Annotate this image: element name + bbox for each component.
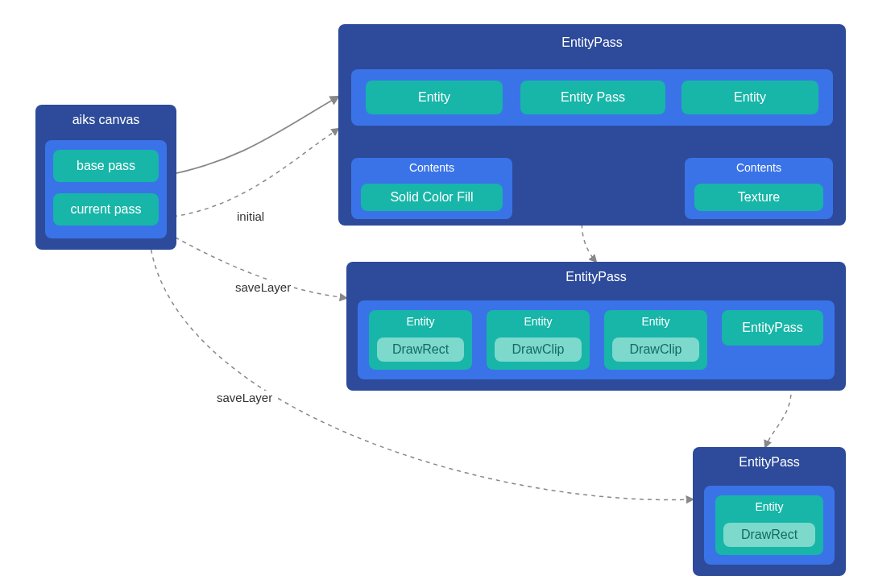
- ep2-entity-a-op: DrawRect: [377, 337, 464, 362]
- base-pass-cell: base pass: [53, 150, 159, 182]
- ep1-contents-a-box: Contents Solid Color Fill: [351, 158, 512, 219]
- ep1-contents-b-box: Contents Texture: [685, 158, 833, 219]
- ep1-entity-a: Entity: [366, 81, 503, 114]
- ep2-entity-pass-child: EntityPass: [722, 310, 823, 346]
- ep1-contents-b-title: Contents: [685, 158, 833, 180]
- entity-pass-2-box: EntityPass Entity DrawRect Entity DrawCl…: [346, 262, 846, 391]
- ep2-entity-c: Entity DrawClip: [604, 310, 707, 370]
- ep2-entity-c-op: DrawClip: [612, 337, 699, 362]
- entity-pass-3-box: EntityPass Entity DrawRect: [693, 447, 846, 576]
- aiks-canvas-box: aiks canvas base pass current pass: [35, 105, 176, 250]
- ep2-entity-a: Entity DrawRect: [369, 310, 472, 370]
- current-pass-label: current pass: [70, 202, 141, 217]
- ep2-entity-b-label: Entity: [487, 310, 590, 329]
- ep3-entity-label: Entity: [715, 495, 823, 515]
- entity-pass-1-box: EntityPass Entity Entity Pass Entity Con…: [338, 24, 846, 226]
- current-pass-cell: current pass: [53, 193, 159, 226]
- ep3-entity: Entity DrawRect: [715, 495, 823, 555]
- edge-label-initial: initial: [234, 209, 267, 223]
- entity-pass-1-title: EntityPass: [338, 24, 846, 53]
- entity-pass-3-title: EntityPass: [693, 447, 846, 473]
- ep1-contents-b-fill: Texture: [694, 184, 823, 211]
- ep1-contents-a-fill: Solid Color Fill: [361, 184, 503, 211]
- entity-pass-3-row: Entity DrawRect: [704, 486, 835, 565]
- aiks-canvas-title: aiks canvas: [35, 105, 176, 130]
- ep2-entity-b: Entity DrawClip: [487, 310, 590, 370]
- ep1-entity-b: Entity: [682, 81, 818, 114]
- ep3-entity-op: DrawRect: [723, 523, 815, 547]
- ep2-entity-c-op-label: DrawClip: [630, 342, 682, 357]
- ep1-contents-b-fill-label: Texture: [738, 190, 780, 205]
- ep1-entity-b-label: Entity: [734, 90, 766, 105]
- ep2-entity-c-label: Entity: [604, 310, 707, 329]
- ep1-contents-a-title: Contents: [351, 158, 512, 180]
- ep2-entity-pass-child-label: EntityPass: [742, 321, 803, 335]
- entity-pass-1-row: Entity Entity Pass Entity: [351, 69, 833, 126]
- edge-label-savelayer-1: saveLayer: [232, 280, 294, 294]
- ep2-entity-a-op-label: DrawRect: [392, 342, 449, 357]
- ep1-contents-a-fill-label: Solid Color Fill: [390, 190, 473, 205]
- ep2-entity-a-label: Entity: [369, 310, 472, 329]
- base-pass-label: base pass: [77, 159, 135, 173]
- ep2-entity-b-op: DrawClip: [495, 337, 582, 362]
- ep1-entity-pass-child-label: Entity Pass: [561, 90, 625, 105]
- edge-label-savelayer-2: saveLayer: [213, 391, 276, 404]
- ep1-entity-pass-child: Entity Pass: [520, 81, 665, 114]
- aiks-canvas-inner: base pass current pass: [45, 140, 167, 238]
- ep1-entity-a-label: Entity: [418, 90, 450, 105]
- ep2-entity-b-op-label: DrawClip: [512, 342, 565, 357]
- entity-pass-2-row: Entity DrawRect Entity DrawClip Entity D…: [358, 300, 835, 379]
- ep3-entity-op-label: DrawRect: [741, 528, 798, 542]
- entity-pass-2-title: EntityPass: [346, 262, 846, 288]
